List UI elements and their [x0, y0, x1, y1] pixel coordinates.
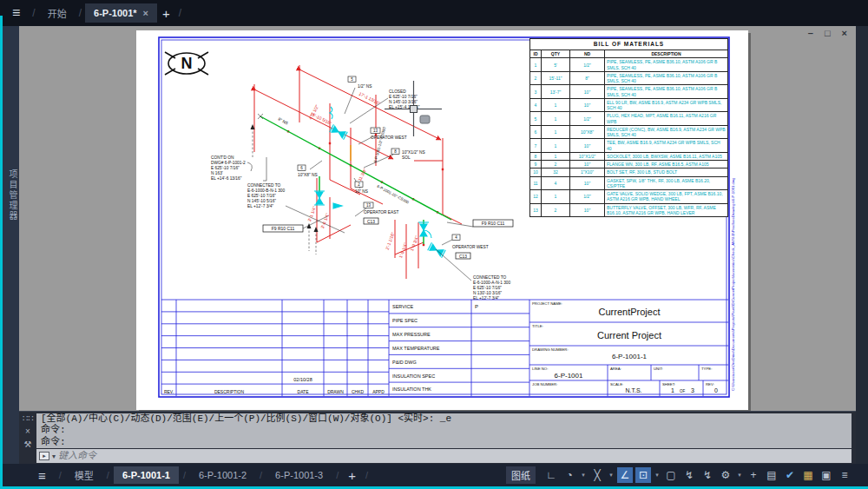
workspace-switch-icon[interactable]: ▦	[800, 467, 816, 483]
workspace-dropdown-icon[interactable]: ▾	[736, 472, 743, 479]
layout-separator: /	[183, 470, 186, 480]
bom-header-qty: QTY	[542, 50, 570, 58]
bom-row: 313'-7"10"PIPE, SEAMLESS, PE, ASME B36.1…	[530, 85, 728, 99]
title-block-texts: SERVICE P PIPE SPEC MAX PRESSURE MAX TEM…	[164, 301, 718, 394]
document-tab-bar: ≡ / 开始 / 6-P-1001* × + /	[0, 0, 868, 26]
command-input-row: ▸ ▾	[36, 449, 852, 463]
layout-menu-icon[interactable]: ≡	[38, 468, 46, 483]
anno-operator-west: OPERATOR WEST	[371, 135, 407, 140]
svg-text:DESCRIPTION: DESCRIPTION	[214, 389, 245, 394]
annotation-monitor-icon[interactable]: +	[746, 467, 761, 483]
bom-row: 511/2"PLUG, HEX HEAD, MPT, ASME B16.11, …	[530, 112, 728, 126]
bom-row: 8110"X1/2"SOCKOLET, 3000 LB, BWXSW, ASME…	[530, 152, 728, 160]
workspace-gear-icon[interactable]: ⚙	[718, 467, 733, 483]
line-no-value: 6-P-1001	[555, 372, 583, 380]
drawing-number-label: DRAWING NUMBER:	[532, 347, 569, 352]
tab-model[interactable]: 模型	[66, 465, 102, 486]
layout-separator: /	[336, 470, 339, 480]
tab-label: 6-P-1001*	[94, 8, 137, 18]
app-menu-icon[interactable]: ≡	[12, 5, 20, 21]
project-manager-palette-tab[interactable]: 项目管理器	[3, 26, 19, 464]
sheet-num: 1	[671, 387, 674, 393]
tab-close-icon[interactable]: ×	[143, 8, 148, 18]
restore-icon[interactable]: □	[825, 28, 831, 38]
bom-row: 7110"TEE, BW, ASME B16.9, ASTM A234 GR W…	[530, 139, 728, 153]
annotation-autoscale-icon[interactable]: ↯	[700, 467, 715, 483]
dynamic-input-icon[interactable]: ⊡	[635, 467, 651, 483]
layout-tab[interactable]: 6-P-1001-2	[190, 466, 255, 484]
anno-ns-half: 1/2" NS	[358, 84, 372, 89]
panel-close-icon[interactable]: ×	[25, 426, 30, 436]
svg-text:EL +15'-4 13/16": EL +15'-4 13/16"	[389, 105, 420, 109]
add-layout-button[interactable]: +	[343, 468, 361, 483]
sheet-of: OF	[680, 389, 686, 393]
bom-row: 9210"FLANGE WN, 300 LB, RF, ASME B16.5, …	[530, 161, 728, 169]
anno-operator-west-2: OPERATOR WEST	[452, 245, 489, 249]
sheet-total: 3	[691, 387, 694, 393]
ortho-mode-icon[interactable]: ∟	[543, 467, 559, 483]
c13-label-2: C13	[459, 254, 467, 259]
bom-header-nd: ND	[570, 50, 605, 58]
anno-ns-sockolet: 10"X1/2" NS	[402, 150, 425, 155]
tab-start[interactable]: 开始	[39, 2, 76, 24]
object-snap-tracking-icon[interactable]: ╳	[589, 467, 605, 483]
file-path-watermark: C:\Users\user\OneDrive\Documents\Project…	[731, 177, 735, 391]
annotation-visibility-icon[interactable]: ↯	[681, 467, 697, 483]
panel-tools-icon[interactable]: ⚒	[24, 439, 32, 449]
command-prompt-icon[interactable]: ▸	[39, 452, 49, 460]
bom-row: 1211/2"GATE VALVE, SOLID WEDGE, 300 LB, …	[530, 190, 728, 204]
anno-dim-1-9: 1'-9 3/4"	[409, 235, 419, 251]
c13-label: C13	[367, 220, 375, 224]
svg-text:E-6-1000-B-N-1 300: E-6-1000-B-N-1 300	[247, 188, 286, 193]
status-toggles: 图纸 ∟ ◔ ▾ ╳ ▾ ∠ ⊡ ▾ ▢ ↯ ↯ ⚙ ▾ + ▤ ✔ ▦ ▣ ≡	[506, 466, 868, 484]
snap-dropdown-icon[interactable]: ▾	[608, 472, 615, 479]
isodraft-icon[interactable]: ∠	[617, 467, 633, 483]
command-history-line: 命令:	[41, 425, 852, 436]
bom-row: 6110"X8"REDUCER (CONC), BW, ASME B16.9, …	[530, 125, 728, 139]
anno-ns8: 8" NS	[278, 116, 289, 125]
north-letter: N	[181, 55, 193, 72]
anno-sol: SOL	[402, 155, 411, 160]
customization-menu-icon[interactable]: ≡	[837, 467, 852, 483]
line-no-label: LINE NO:	[532, 367, 548, 371]
selection-cycling-icon[interactable]: ▢	[663, 467, 679, 483]
panel-grip-icon[interactable]: ∷∷	[23, 413, 34, 423]
dynamic-input-dropdown-icon[interactable]: ▾	[654, 472, 661, 479]
new-tab-button[interactable]: +	[157, 6, 175, 21]
layout-tab-active[interactable]: 6-P-1001-1	[114, 466, 179, 484]
anno-dim-3-6: 3'-6 1/4"	[319, 212, 330, 228]
paper-space-button[interactable]: 图纸	[506, 466, 536, 484]
anno-dim17: 17'-1 13/16"	[358, 91, 382, 106]
svg-text:N 145'-10 5/16": N 145'-10 5/16"	[247, 199, 276, 203]
svg-text:N 163': N 163'	[211, 171, 223, 175]
svg-text:E 625'-10 7/16": E 625'-10 7/16"	[211, 166, 240, 170]
object-isolate-icon[interactable]: ▤	[764, 467, 779, 483]
polar-dropdown-icon[interactable]: ▾	[580, 472, 587, 479]
layout-separator: /	[260, 470, 262, 480]
grid-reference-label-2: F9 R10 C11	[482, 221, 505, 226]
annotation-texts: 8" NS 6-P-1001-10"-CS300 6-P-1001-1/2"-C…	[211, 84, 511, 301]
layout-tab[interactable]: 6-P-1001-3	[266, 466, 332, 484]
grid-reference-label: F9 R10 C11	[272, 226, 295, 231]
red-dimension-lines	[254, 65, 462, 279]
graphics-performance-icon[interactable]: ✔	[782, 467, 798, 483]
close-icon[interactable]: ×	[842, 28, 847, 38]
polar-tracking-icon[interactable]: ◔	[562, 467, 577, 483]
job-number-label: JOB NUMBER:	[532, 382, 557, 387]
bom-row: 15'1/2"PIPE, SEAMLESS, PE, ASME B36.10, …	[530, 58, 728, 72]
spec-label: SERVICE	[392, 304, 413, 309]
anno-connected-b: CONNECTED TO	[247, 183, 280, 188]
title-value: Current Project	[597, 330, 661, 340]
minimize-icon[interactable]: –	[808, 28, 813, 38]
bom-header-id: ID	[530, 50, 542, 58]
command-input[interactable]	[58, 451, 852, 461]
svg-text:EL +14'-6 13/16": EL +14'-6 13/16"	[211, 176, 242, 181]
tab-current-drawing[interactable]: 6-P-1001* ×	[85, 3, 157, 23]
command-dropdown-icon[interactable]: ▾	[52, 453, 56, 460]
clean-screen-icon[interactable]: ▣	[819, 467, 834, 483]
drawing-viewport[interactable]: – □ × N	[19, 26, 856, 411]
drawing-number-value: 6-P-1001-1	[612, 353, 648, 360]
svg-text:DWG# 6-P-1001-2: DWG# 6-P-1001-2	[211, 161, 246, 165]
cad-application-window: ≡ / 开始 / 6-P-1001* × + / 项目管理器 – □ ×	[0, 0, 868, 489]
layout-separator: /	[107, 470, 109, 480]
